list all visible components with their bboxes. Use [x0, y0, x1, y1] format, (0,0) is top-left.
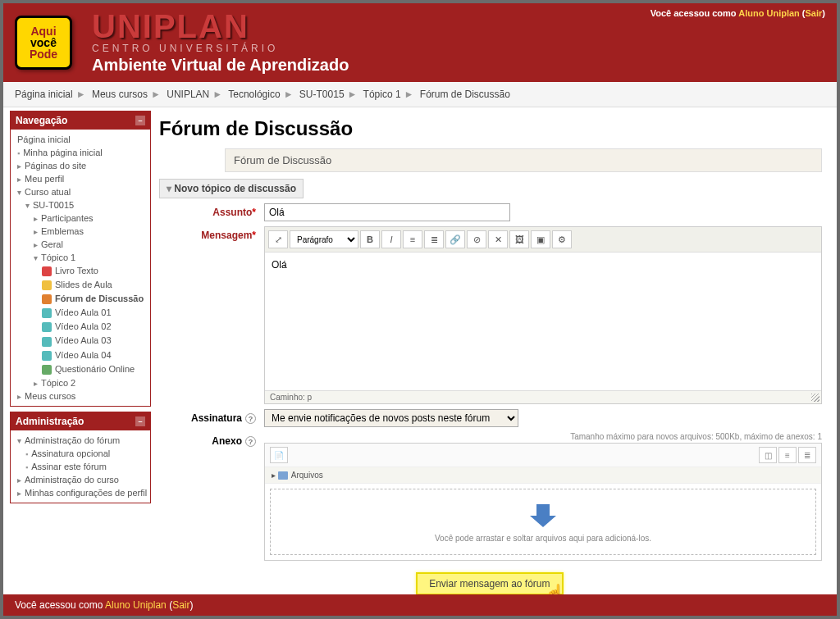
nav-topic1[interactable]: Tópico 1	[12, 251, 148, 264]
sidebar: Navegação – Página inicial Minha página …	[10, 111, 151, 608]
nav-video4[interactable]: Vídeo Aula 04	[12, 348, 148, 362]
administration-block: Administração – Administração do fórum A…	[10, 412, 151, 503]
label-subscription: Assinatura?	[159, 409, 264, 427]
nav-forum[interactable]: Fórum de Discussão	[12, 292, 148, 306]
collapse-icon[interactable]: –	[135, 416, 145, 426]
admin-sub-forum[interactable]: Assinar este fórum	[12, 460, 148, 473]
nav-sitepages[interactable]: Páginas do site	[12, 159, 148, 172]
editor-manage-icon[interactable]: ⚙	[552, 230, 572, 248]
file-drop-area[interactable]: Você pode arrastar e soltar arquivos aqu…	[270, 489, 816, 555]
file-breadcrumb[interactable]: ▸ Arquivos	[265, 467, 821, 484]
video-icon	[42, 322, 52, 332]
nav-topic2[interactable]: Tópico 2	[12, 376, 148, 389]
login-user-link[interactable]: Aluno Uniplan	[738, 8, 800, 18]
nav-livro[interactable]: Livro Texto	[12, 264, 148, 278]
submit-button[interactable]: Enviar mensagem ao fórum	[416, 572, 563, 595]
navigation-block: Navegação – Página inicial Minha página …	[10, 111, 151, 407]
label-attachment: Anexo?	[159, 432, 264, 561]
subject-input[interactable]	[264, 203, 510, 221]
crumb-course[interactable]: SU-T0015	[299, 89, 345, 100]
add-file-icon[interactable]: 📄	[270, 447, 288, 463]
crumb-tecnologico[interactable]: Tecnológico	[228, 89, 280, 100]
video-icon	[42, 351, 52, 361]
label-message: Mensagem*	[159, 226, 264, 404]
site-header: Você acessou como Aluno Uniplan (Sair) A…	[3, 3, 837, 82]
nav-quiz[interactable]: Questionário Online	[12, 362, 148, 376]
nav-slides[interactable]: Slides de Aula	[12, 278, 148, 292]
forum-description: Fórum de Discussão	[225, 148, 822, 172]
nav-video1[interactable]: Vídeo Aula 01	[12, 306, 148, 320]
nav-course-code[interactable]: SU-T0015	[12, 198, 148, 212]
forum-icon	[42, 294, 52, 304]
editor-format-select[interactable]: Parágrafo	[290, 230, 358, 248]
editor-unlink-icon[interactable]: ⊘	[467, 230, 486, 248]
editor-bold-icon[interactable]: B	[360, 230, 380, 248]
brand-title: UNIPLAN	[92, 10, 349, 43]
admin-profile[interactable]: Minhas configurações de perfil	[12, 486, 148, 499]
editor-nolink-icon[interactable]: ✕	[488, 230, 508, 248]
logout-link[interactable]: Sair	[806, 8, 823, 18]
brand-tagline: Ambiente Virtual de Aprendizado	[92, 56, 349, 75]
admin-opt-sub[interactable]: Assinatura opcional	[12, 447, 148, 460]
brand-subtitle: CENTRO UNIVERSITÁRIO	[92, 43, 349, 54]
footer-user-link[interactable]: Aluno Uniplan	[105, 599, 167, 611]
editor-number-list-icon[interactable]: ≣	[424, 230, 444, 248]
help-icon[interactable]: ?	[245, 436, 256, 447]
drop-hint: Você pode arrastar e soltar arquivos aqu…	[271, 534, 815, 543]
footer-logout-link[interactable]: Sair	[172, 599, 189, 611]
footer-prefix: Você acessou como	[15, 599, 105, 611]
help-icon[interactable]: ?	[245, 413, 256, 424]
collapse-icon[interactable]: –	[135, 116, 145, 125]
breadcrumb: Página inicial► Meus cursos► UNIPLAN► Te…	[3, 82, 837, 107]
editor-toolbar: ⤢ Parágrafo B I ≡ ≣ 🔗 ⊘ ✕ 🖼 ▣ ⚙	[265, 227, 821, 253]
crumb-home[interactable]: Página inicial	[15, 89, 73, 100]
nav-video2[interactable]: Vídeo Aula 02	[12, 320, 148, 334]
fieldset-toggle[interactable]: Novo tópico de discussão	[159, 179, 304, 198]
nav-mycourses[interactable]: Meus cursos	[12, 389, 148, 403]
rich-text-editor: ⤢ Parágrafo B I ≡ ≣ 🔗 ⊘ ✕ 🖼 ▣ ⚙ Olá	[264, 226, 822, 404]
main-content: Fórum de Discussão Fórum de Discussão No…	[151, 111, 830, 608]
slides-icon	[42, 280, 52, 290]
file-size-note: Tamanho máximo para novos arquivos: 500K…	[264, 432, 822, 441]
editor-body[interactable]: Olá	[265, 253, 821, 390]
editor-italic-icon[interactable]: I	[381, 230, 401, 248]
folder-icon	[278, 471, 288, 480]
nav-participants[interactable]: Participantes	[12, 212, 148, 225]
nav-currentcourse[interactable]: Curso atual	[12, 185, 148, 198]
editor-image-icon[interactable]: 🖼	[509, 230, 529, 248]
crumb-uniplan[interactable]: UNIPLAN	[167, 89, 209, 100]
nav-home[interactable]: Página inicial	[12, 133, 148, 146]
crumb-forum[interactable]: Fórum de Discussão	[420, 89, 510, 100]
subscription-select[interactable]: Me envie notificações de novos posts nes…	[264, 409, 518, 427]
view-list-icon[interactable]: ≡	[778, 447, 797, 463]
video-icon	[42, 337, 52, 347]
video-icon	[42, 308, 52, 318]
view-icons-icon[interactable]: ◫	[759, 447, 777, 463]
book-icon	[42, 266, 52, 276]
editor-expand-icon[interactable]: ⤢	[268, 230, 288, 248]
nav-profile[interactable]: Meu perfil	[12, 172, 148, 185]
page-title: Fórum de Discussão	[159, 114, 822, 140]
crumb-topic[interactable]: Tópico 1	[363, 89, 401, 100]
crumb-mycourses[interactable]: Meus cursos	[92, 89, 148, 100]
download-arrow-icon	[530, 504, 556, 527]
login-prefix: Você acessou como	[651, 8, 739, 18]
login-info: Você acessou como Aluno Uniplan (Sair)	[651, 8, 825, 18]
nav-myhome[interactable]: Minha página inicial	[12, 146, 148, 159]
navigation-header[interactable]: Navegação –	[11, 112, 150, 130]
editor-link-icon[interactable]: 🔗	[445, 230, 465, 248]
view-tree-icon[interactable]: ≣	[798, 447, 816, 463]
file-picker: 📄 ◫ ≡ ≣ ▸ Arquivos Você pode arrastar e …	[264, 443, 822, 561]
footer: Você acessou como Aluno Uniplan (Sair)	[3, 594, 837, 616]
editor-media-icon[interactable]: ▣	[531, 230, 550, 248]
admin-forum[interactable]: Administração do fórum	[12, 434, 148, 447]
aqui-voce-pode-logo: Aqui você Pode	[15, 16, 72, 70]
nav-badges[interactable]: Emblemas	[12, 225, 148, 238]
editor-path: Caminho: p	[265, 390, 821, 403]
nav-general[interactable]: Geral	[12, 238, 148, 251]
editor-bullet-list-icon[interactable]: ≡	[403, 230, 422, 248]
administration-header[interactable]: Administração –	[11, 412, 150, 430]
label-subject: Assunto*	[159, 203, 264, 221]
admin-course[interactable]: Administração do curso	[12, 473, 148, 486]
nav-video3[interactable]: Vídeo Aula 03	[12, 334, 148, 348]
